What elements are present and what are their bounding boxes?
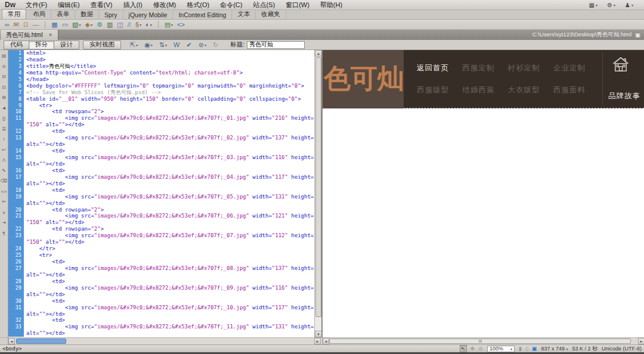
script-icon[interactable]: §▾: [135, 20, 141, 29]
code-line[interactable]: 26 <td>: [8, 259, 314, 265]
view-button-代码[interactable]: 代码: [4, 41, 29, 49]
title-input[interactable]: [247, 41, 305, 49]
remove-comment-icon[interactable]: ⌫: [1, 178, 7, 184]
code-line[interactable]: alt=""></td>: [8, 141, 314, 148]
code-line[interactable]: "150" alt=""></td>: [8, 239, 314, 246]
menu-item[interactable]: 站点(S): [247, 1, 280, 8]
workspace-switcher-icon[interactable]: ▦▾: [589, 2, 597, 8]
code-line[interactable]: "150" alt=""></td>: [8, 219, 314, 226]
site-user-icon[interactable]: ♟▾: [625, 2, 633, 8]
code-line[interactable]: 14 <td>: [8, 148, 314, 154]
desktop-size-icon[interactable]: ▣: [532, 346, 537, 352]
code-line[interactable]: alt=""></td>: [8, 311, 314, 318]
document-tab[interactable]: 秀色可灿.html ×: [1, 30, 58, 40]
hand-tool-icon[interactable]: ✥: [470, 346, 475, 352]
window-size-select[interactable]: 837 x 749 ▾: [541, 346, 568, 352]
recent-snippets-icon[interactable]: ✂: [2, 199, 6, 204]
show-code-navigator-icon[interactable]: ⊙: [2, 64, 6, 69]
collapse-selection-icon[interactable]: ⊡: [2, 85, 6, 90]
nav-item[interactable]: 西服定制: [462, 63, 507, 73]
insert-tab[interactable]: 布局: [27, 10, 51, 19]
indent-code-icon[interactable]: ⇥: [2, 220, 6, 225]
magnification-select[interactable]: 100% ▾: [487, 346, 515, 352]
code-line[interactable]: 17 <img src="images/&#x79c0;&#x8272;&#x5…: [8, 174, 314, 181]
move-css-icon[interactable]: ±: [2, 210, 5, 215]
comment-icon[interactable]: //: [128, 20, 131, 29]
code-line[interactable]: 9 <tr>: [8, 103, 314, 109]
nav-item[interactable]: 结婚西装: [462, 85, 507, 95]
code-line[interactable]: 8<table id="__01" width="950" height="15…: [8, 96, 314, 103]
hyperlink-icon[interactable]: ∞: [5, 20, 10, 29]
design-hscroll-thumb[interactable]: [329, 339, 631, 344]
code-line[interactable]: 16 <td>: [8, 167, 314, 174]
code-line[interactable]: 10 <td rowspan="2">: [8, 108, 314, 115]
file-management-icon[interactable]: ⇅▾: [159, 41, 167, 49]
code-line[interactable]: alt=""></td>: [8, 272, 314, 278]
code-line[interactable]: 29 <img src="images/&#x79c0;&#x8272;&#x5…: [8, 285, 314, 291]
preview-in-browser-icon[interactable]: ◉▾: [144, 41, 153, 49]
widget-icon[interactable]: ⚙: [97, 20, 103, 29]
collapse-full-tag-icon[interactable]: ⊟: [2, 74, 6, 79]
wrap-tag-icon[interactable]: <>: [1, 189, 7, 194]
insert-tab[interactable]: 常用: [2, 9, 26, 19]
email-link-icon[interactable]: ✉: [14, 20, 19, 29]
design-horizontal-scrollbar[interactable]: ◄ ►: [322, 338, 644, 344]
date-icon[interactable]: ▥: [107, 20, 113, 29]
code-line[interactable]: 24 </tr>: [8, 246, 314, 252]
phone-size-icon[interactable]: ▮: [519, 346, 522, 352]
table-icon[interactable]: ▦: [51, 20, 57, 29]
code-line[interactable]: 1<html>: [8, 50, 314, 57]
code-line[interactable]: 3<title>秀色可灿</title>: [8, 63, 314, 70]
menu-item[interactable]: 文件(F): [20, 1, 52, 8]
code-editor[interactable]: 1<html>2<head>3<title>秀色可灿</title>4<meta…: [8, 50, 314, 337]
design-scroll-right-icon[interactable]: ►: [638, 338, 644, 344]
code-line[interactable]: alt=""></td>: [8, 330, 314, 337]
open-documents-icon[interactable]: ▤: [2, 53, 7, 58]
code-line[interactable]: 25 <tr>: [8, 252, 314, 259]
nav-item[interactable]: 西服版型: [417, 85, 462, 95]
select-parent-tag-icon[interactable]: ◄: [2, 105, 7, 111]
code-scroll-right-icon[interactable]: ►: [314, 338, 321, 344]
code-line[interactable]: 4<meta http-equiv="Content-Type" content…: [8, 70, 314, 76]
named-anchor-icon[interactable]: Ω: [23, 20, 28, 29]
insert-tab[interactable]: 表单: [51, 10, 75, 19]
insert-tab[interactable]: InContext Editing: [173, 11, 232, 19]
code-line[interactable]: alt=""></td>: [8, 291, 314, 298]
code-vertical-scrollbar[interactable]: ▲ ▼: [314, 50, 321, 337]
menu-item[interactable]: 格式(O): [181, 1, 215, 8]
gear-icon[interactable]: ⚙▾: [607, 2, 615, 8]
code-line[interactable]: 30 <td>: [8, 298, 314, 305]
word-wrap-icon[interactable]: ↩: [2, 147, 6, 153]
apply-comment-icon[interactable]: ✎: [2, 168, 6, 173]
code-line[interactable]: 23 <img src="images/&#x79c0;&#x8272;&#x5…: [8, 232, 314, 239]
code-line[interactable]: 12 <td>: [8, 128, 314, 135]
code-line[interactable]: 21 <img src="images/&#x79c0;&#x8272;&#x5…: [8, 213, 314, 219]
code-line[interactable]: alt=""></td>: [8, 200, 314, 207]
code-line[interactable]: 11 <img src="images/&#x79c0;&#x8272;&#x5…: [8, 115, 314, 122]
code-line[interactable]: alt=""></td>: [8, 161, 314, 167]
nav-item[interactable]: 衬衫定制: [508, 63, 553, 73]
template-icon[interactable]: ▤▾: [165, 20, 173, 29]
code-line[interactable]: 5</head>: [8, 76, 314, 83]
code-line[interactable]: 28 <td>: [8, 278, 314, 285]
code-line[interactable]: 18 <td>: [8, 187, 314, 194]
check-browser-compatibility-icon[interactable]: ✔: [186, 41, 191, 49]
tablet-size-icon[interactable]: ▯: [525, 346, 528, 352]
server-include-icon[interactable]: ◫: [117, 20, 123, 29]
code-line[interactable]: "150" alt=""></td>: [8, 122, 314, 128]
pointer-tool-icon[interactable]: ↖: [460, 345, 467, 352]
insert-tab[interactable]: jQuery Mobile: [123, 11, 174, 19]
insert-tab[interactable]: 文本: [232, 10, 256, 19]
code-line[interactable]: alt=""></td>: [8, 181, 314, 187]
vscroll-thumb[interactable]: [315, 57, 321, 317]
menu-item[interactable]: 修改(M): [148, 1, 182, 8]
insert-div-icon[interactable]: ▭: [62, 20, 68, 29]
code-line[interactable]: 27 <img src="images/&#x79c0;&#x8272;&#x5…: [8, 265, 314, 272]
code-line[interactable]: 22 <td rowspan="2">: [8, 226, 314, 232]
menu-item[interactable]: 命令(C): [215, 1, 247, 8]
refresh-design-view-icon[interactable]: ↻: [213, 41, 218, 49]
nav-item[interactable]: 西服面料: [553, 85, 599, 95]
highlight-invalid-code-icon[interactable]: !: [3, 136, 4, 142]
nav-item-brand-story[interactable]: 品牌故事: [608, 91, 640, 101]
insert-tab[interactable]: Spry: [99, 11, 123, 19]
